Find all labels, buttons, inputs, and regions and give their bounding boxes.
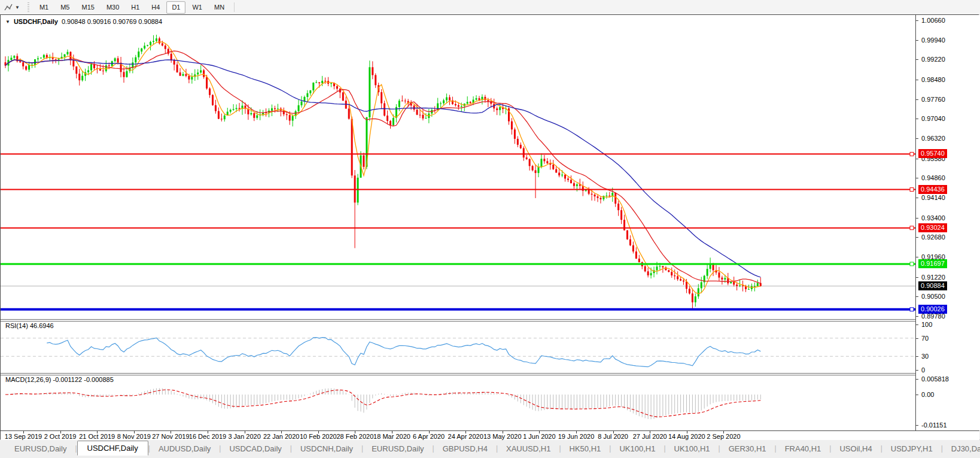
chart-tab-eurusd-daily[interactable]: EURUSD,Daily <box>363 442 432 455</box>
chart-tab-bar: EURUSD,Daily|USDCHF,Daily|AUDUSD,Daily|U… <box>0 439 980 458</box>
price-axis-tick <box>916 277 918 278</box>
price-axis-tick <box>916 99 918 100</box>
chart-title: ▼ USDCHF,Daily 0.90848 0.90916 0.90769 0… <box>5 18 162 25</box>
chart-window-usdchf: ▼ USDCHF,Daily 0.90848 0.90916 0.90769 0… <box>0 14 979 439</box>
level-price-label: 0.91697 <box>918 259 947 268</box>
date-axis-label: 2 Sep 2020 <box>698 433 748 440</box>
macd-axis-label: 0.005818 <box>921 375 949 383</box>
timeframe-toolbar: ▼ M1M5M15M30H1H4D1W1MN <box>0 0 980 15</box>
macd-axis-label: 0.00 <box>921 391 934 399</box>
price-axis-tick <box>916 218 918 219</box>
rsi-axis-label: 100 <box>921 321 932 329</box>
price-axis-label: 0.99220 <box>921 56 945 63</box>
current-price-label: 0.90884 <box>918 281 947 290</box>
macd-axis-tick <box>916 425 918 426</box>
one-click-trading-caret-icon[interactable]: ▼ <box>5 19 10 25</box>
price-axis[interactable]: 1.006600.999400.992200.984800.977600.970… <box>915 15 980 430</box>
chart-ohlc-values: 0.90848 0.90916 0.90769 0.90884 <box>62 18 162 25</box>
price-axis-tick <box>916 257 918 257</box>
chart-tab-uk100-h1[interactable]: UK100,H1 <box>611 442 664 455</box>
price-axis-tick <box>916 237 918 238</box>
chart-tab-audusd-daily[interactable]: AUDUSD,Daily <box>150 442 219 455</box>
price-axis-tick <box>916 198 918 198</box>
timeframe-button-d1[interactable]: D1 <box>166 1 185 14</box>
price-axis-tick <box>916 20 918 21</box>
price-axis-tick <box>916 119 918 119</box>
rsi-axis-label: 30 <box>921 353 929 360</box>
level-price-label: 0.90026 <box>918 305 947 314</box>
price-axis-tick <box>916 316 918 317</box>
toolbar-separator <box>234 2 235 12</box>
macd-indicator-canvas[interactable] <box>1 374 915 430</box>
price-axis-tick <box>916 80 918 80</box>
timeframe-button-h1[interactable]: H1 <box>126 1 145 14</box>
chevron-down-icon: ▼ <box>15 5 20 10</box>
price-axis-label: 0.93400 <box>921 214 945 222</box>
timeframe-button-h4[interactable]: H4 <box>146 1 165 14</box>
chart-tab-uk100-h1[interactable]: UK100,H1 <box>666 442 719 455</box>
level-price-label: 0.94436 <box>918 185 947 194</box>
panel-divider-rsi-macd[interactable] <box>1 373 915 375</box>
chart-tab-fra40-h1[interactable]: FRA40,H1 <box>777 442 830 455</box>
chart-tools-icon[interactable]: ▼ <box>2 2 22 13</box>
price-axis-tick <box>916 59 918 60</box>
price-axis-tick <box>916 40 918 41</box>
chart-tab-usdchf-daily[interactable]: USDCHF,Daily <box>77 441 148 456</box>
timeframe-button-m30[interactable]: M30 <box>101 1 124 14</box>
timeframe-button-mn[interactable]: MN <box>209 1 230 14</box>
macd-axis-tick <box>916 379 918 380</box>
price-axis-label: 0.97040 <box>921 115 945 123</box>
polyline-tool-icon <box>4 3 13 11</box>
chart-tab-ger30-h1[interactable]: GER30,H1 <box>720 442 775 455</box>
level-price-label: 0.95740 <box>918 149 947 158</box>
price-axis-tick <box>916 296 918 297</box>
macd-axis-tick <box>916 395 918 395</box>
timeframe-button-m5[interactable]: M5 <box>55 1 75 14</box>
timeframe-button-m1[interactable]: M1 <box>34 1 54 14</box>
macd-axis-label: -0.01151 <box>921 421 947 429</box>
rsi-axis-tick <box>916 370 918 371</box>
chart-tab-dj30-daily[interactable]: DJ30,Daily <box>943 442 980 455</box>
price-axis-tick <box>916 159 918 159</box>
price-axis-label: 0.99940 <box>921 37 945 44</box>
price-axis-label: 0.94860 <box>921 174 945 182</box>
price-axis-label: 0.90500 <box>921 293 945 301</box>
price-axis-label: 1.00660 <box>921 17 945 25</box>
rsi-axis-label: 70 <box>921 335 929 342</box>
price-axis-label: 0.89780 <box>921 313 945 320</box>
chart-tab-usdcnh-daily[interactable]: USDCNH,Daily <box>292 442 361 455</box>
chart-tab-usdcad-daily[interactable]: USDCAD,Daily <box>221 442 290 455</box>
level-price-label: 0.93024 <box>918 223 947 232</box>
chart-tab-xauusd-h1[interactable]: XAUUSD,H1 <box>498 442 559 455</box>
price-axis-label: 0.91220 <box>921 274 945 281</box>
rsi-indicator-canvas[interactable] <box>1 320 915 373</box>
chart-tab-eurusd-daily[interactable]: EURUSD,Daily <box>6 442 75 455</box>
candlestick-chart-canvas[interactable] <box>1 16 915 319</box>
rsi-axis-label: 0 <box>921 366 925 374</box>
rsi-axis-tick <box>916 324 918 325</box>
price-axis-label: 0.96320 <box>921 135 945 142</box>
timeframe-button-m15[interactable]: M15 <box>76 1 99 14</box>
chart-tab-usdjpy-h1[interactable]: USDJPY,H1 <box>882 442 941 455</box>
chart-tab-gbpusd-h4[interactable]: GBPUSD,H4 <box>434 442 496 455</box>
timeframe-button-w1[interactable]: W1 <box>187 1 208 14</box>
price-axis-tick <box>916 138 918 139</box>
rsi-indicator-label: RSI(14) 46.6946 <box>5 322 54 329</box>
chart-tab-hk50-h1[interactable]: HK50,H1 <box>561 442 610 455</box>
price-axis-label: 0.94140 <box>921 194 945 202</box>
price-axis-label: 0.92680 <box>921 233 945 241</box>
panel-divider-main-rsi[interactable] <box>1 319 915 321</box>
chart-symbol-label: USDCHF,Daily <box>14 18 58 25</box>
date-axis[interactable]: 13 Sep 20192 Oct 201921 Oct 20198 Nov 20… <box>1 430 979 440</box>
rsi-axis-tick <box>916 356 918 357</box>
price-axis-label: 0.97760 <box>921 96 945 104</box>
toolbar-grip <box>28 2 29 12</box>
chart-tab-usoil-h4[interactable]: USOil,H4 <box>831 442 880 455</box>
price-axis-tick <box>916 178 918 178</box>
macd-indicator-label: MACD(12,26,9) -0.001122 -0.000885 <box>5 376 114 383</box>
mt4-workspace: { "toolbar": { "icon_name": "chart-tools… <box>0 0 980 458</box>
price-axis-label: 0.98480 <box>921 76 945 84</box>
rsi-axis-tick <box>916 338 918 339</box>
